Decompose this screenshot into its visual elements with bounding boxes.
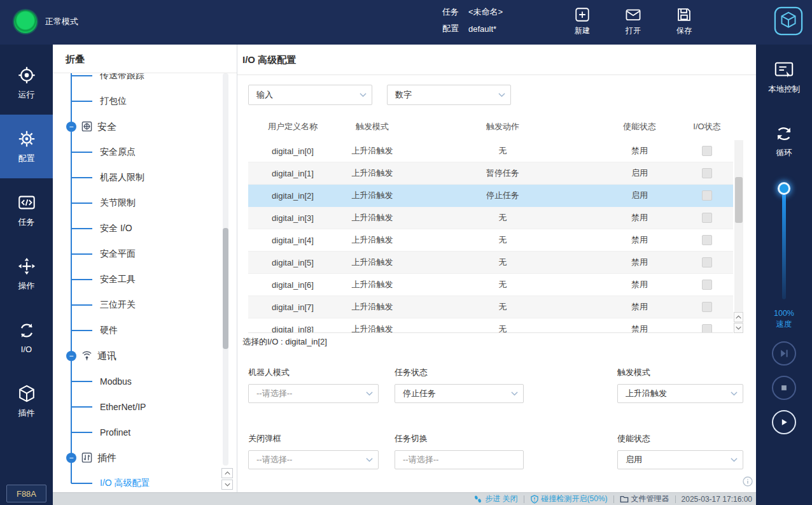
cell-io-state <box>681 235 733 246</box>
status-text: 文件管理器 <box>631 494 669 504</box>
main-panel: I/O 高级配置 输入 数字 用户定义名称触发模式触发动作使能状态I/O状态 d… <box>237 45 756 492</box>
scroll-down-button[interactable] <box>734 323 743 333</box>
file-manager-button[interactable]: 文件管理器 <box>620 494 669 504</box>
tree-node-child[interactable]: I/O 高级配置 <box>53 471 228 492</box>
io-state-checkbox[interactable] <box>702 257 712 267</box>
io-state-checkbox[interactable] <box>702 146 712 156</box>
save-button[interactable]: 保存 <box>667 6 701 36</box>
table-row[interactable]: digital_in[2] 上升沿触发 停止任务 启用 <box>248 185 733 207</box>
io-state-checkbox[interactable] <box>702 213 712 223</box>
io-type-select[interactable]: 数字 <box>387 85 511 105</box>
loop-button[interactable]: 循环 <box>756 124 812 159</box>
robot-mode-select[interactable]: --请选择-- <box>248 384 379 403</box>
io-state-checkbox[interactable] <box>702 280 712 290</box>
tree-node-child[interactable]: 安全 I/O <box>53 216 228 241</box>
tree-node-child[interactable]: 传送带跟踪 <box>53 73 228 89</box>
collision-icon <box>530 495 539 504</box>
collapse-node-icon[interactable] <box>66 122 76 132</box>
tree-collapse-header[interactable]: 折叠 <box>53 45 237 73</box>
form-field: 任务切换 --请选择-- <box>395 433 524 469</box>
step-forward-button[interactable] <box>772 341 796 366</box>
tree-node-child[interactable]: Modbus <box>53 369 228 394</box>
speed-slider-knob[interactable] <box>778 182 790 195</box>
scroll-down-button[interactable] <box>221 480 233 490</box>
tree-body: 传送带跟踪 打包位 安全 安全原点 机器人限制 <box>53 73 228 492</box>
sidebar-item-task[interactable]: 任务 <box>0 178 53 242</box>
scroll-up-button[interactable] <box>734 312 743 322</box>
fkey-button[interactable]: F88A <box>6 485 46 502</box>
io-state-checkbox[interactable] <box>702 324 712 333</box>
task-switch-input[interactable]: --请选择-- <box>395 450 524 469</box>
open-button[interactable]: 打开 <box>616 6 650 36</box>
tree-scrollbar-thumb[interactable] <box>223 228 228 349</box>
sidebar-item-run[interactable]: 运行 <box>0 51 53 115</box>
tree-node-child[interactable]: EtherNet/IP <box>53 394 228 420</box>
tree-node-child[interactable]: 安全原点 <box>53 139 228 165</box>
tree-node-parent[interactable]: 插件 <box>53 445 228 471</box>
sidebar-item-plugin[interactable]: 插件 <box>0 369 53 433</box>
close-popup-select[interactable]: --请选择-- <box>248 450 379 469</box>
table-row[interactable]: digital_in[7] 上升沿触发 无 禁用 <box>248 296 733 318</box>
status-text: 2025-03-17 17:16:00 <box>682 495 752 504</box>
tree-node-label: Modbus <box>100 376 132 387</box>
tree-node-child[interactable]: 硬件 <box>53 318 228 343</box>
io-direction-select[interactable]: 输入 <box>248 85 372 105</box>
chevron-down-icon <box>366 457 373 462</box>
tree-node-label: 安全平面 <box>100 248 136 260</box>
tree-node-child[interactable]: Profinet <box>53 420 228 445</box>
sidebar-item-operate[interactable]: 操作 <box>0 242 53 306</box>
new-button[interactable]: 新建 <box>565 6 599 36</box>
form-field: 使能状态 启用 <box>617 433 743 469</box>
stop-button[interactable] <box>772 376 796 400</box>
play-button[interactable] <box>772 410 796 434</box>
io-state-checkbox[interactable] <box>702 235 712 245</box>
tree-node-parent[interactable]: 通讯 <box>53 343 228 369</box>
table-row[interactable]: digital_in[3] 上升沿触发 无 禁用 <box>248 207 733 229</box>
tree-scrollbar[interactable] <box>223 73 228 466</box>
tree-node-child[interactable]: 关节限制 <box>53 190 228 216</box>
table-scrollbar-thumb[interactable] <box>735 177 743 223</box>
step-icon <box>473 495 482 504</box>
table-row[interactable]: digital_in[8] 上升沿触发 无 禁用 <box>248 318 733 333</box>
collision-status[interactable]: 碰撞检测开启(50%) <box>530 494 608 504</box>
local-control-button[interactable]: 本地控制 <box>756 60 812 95</box>
tree-node-child[interactable]: 安全平面 <box>53 241 228 267</box>
tree-node-label: 安全 I/O <box>100 223 132 234</box>
cell-trigger-mode: 上升沿触发 <box>337 212 407 224</box>
step-status[interactable]: 步进 关闭 <box>473 494 517 504</box>
table-row[interactable]: digital_in[0] 上升沿触发 无 禁用 <box>248 140 733 162</box>
cell-name: digital_in[7] <box>248 302 337 312</box>
scroll-up-button[interactable] <box>221 468 233 478</box>
cell-name: digital_in[5] <box>248 258 337 267</box>
tree-line <box>71 279 92 280</box>
enable-status-select[interactable]: 启用 <box>617 450 743 469</box>
sidebar-item-io[interactable]: I/O <box>0 306 53 369</box>
info-icon[interactable] <box>743 476 753 487</box>
collapse-node-icon[interactable] <box>66 453 76 463</box>
table-row[interactable]: digital_in[5] 上升沿触发 无 禁用 <box>248 252 733 274</box>
tree-node-child[interactable]: 机器人限制 <box>53 165 228 190</box>
table-row[interactable]: digital_in[6] 上升沿触发 无 禁用 <box>248 274 733 296</box>
speed-slider-track[interactable] <box>782 194 786 299</box>
mode-indicator[interactable]: 正常模式 <box>14 10 78 33</box>
tree-node-child[interactable]: 安全工具 <box>53 267 228 292</box>
task-status-select[interactable]: 停止任务 <box>395 384 524 403</box>
cell-trigger-action: 停止任务 <box>407 190 598 201</box>
tree-node-parent[interactable]: 安全 <box>53 114 228 139</box>
io-state-checkbox[interactable] <box>702 302 712 312</box>
page-title: I/O 高级配置 <box>242 54 296 66</box>
table-scrollbar[interactable] <box>734 140 743 333</box>
tree-node-child[interactable]: 打包位 <box>53 89 228 114</box>
io-state-checkbox[interactable] <box>702 168 712 178</box>
collapse-node-icon[interactable] <box>66 351 76 361</box>
table-row[interactable]: digital_in[1] 上升沿触发 暂停任务 启用 <box>248 162 733 185</box>
cell-enable-status: 禁用 <box>598 279 681 290</box>
form-row: 机器人模式 --请选择-- 任务状态 停止任务 触发模式 上升沿触发 <box>248 367 743 403</box>
column-header: 使能状态 <box>598 121 681 132</box>
trigger-mode-select[interactable]: 上升沿触发 <box>617 384 743 403</box>
io-state-checkbox[interactable] <box>702 190 712 201</box>
sidebar-item-config[interactable]: 配置 <box>0 115 53 178</box>
tree-node-child[interactable]: 三位开关 <box>53 292 228 318</box>
cell-trigger-action: 无 <box>407 145 598 157</box>
table-row[interactable]: digital_in[4] 上升沿触发 无 禁用 <box>248 229 733 252</box>
